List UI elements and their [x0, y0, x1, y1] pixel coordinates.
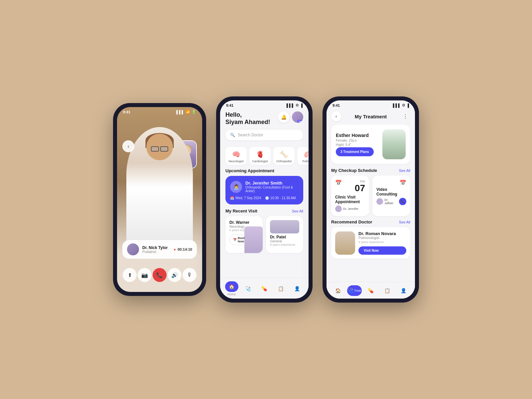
status-bar: 9:41 ▌▌▌ ⊙ ▐	[327, 100, 415, 109]
nav-home-label: Home	[227, 293, 236, 296]
doctor-photo	[244, 226, 263, 253]
treatment-plans-button[interactable]: 3 Treatment Plans	[336, 147, 374, 156]
specialty-orthopedist[interactable]: 🦴 Orthopedist	[273, 147, 295, 165]
end-call-button[interactable]: 📞	[153, 268, 167, 282]
recent-header: My Recent Visit See All	[220, 204, 309, 216]
schedule-day: 07	[355, 183, 365, 194]
schedule-type: Video Consulting	[376, 187, 406, 197]
signal-icon: ▌▌▌	[393, 103, 401, 107]
nav-health[interactable]: 🩺	[241, 283, 255, 294]
specialty-label: Pulmo...	[302, 160, 309, 163]
status-bar: 9:41 ▌▌▌ ⊙ ▐	[220, 100, 309, 109]
call-timer: ● 00:14:10	[174, 247, 192, 251]
bottom-nav-treatment: 🏠 🩺 Treat 💊 📋 👤	[327, 282, 415, 299]
schedule-month: Sep	[355, 180, 365, 183]
records-icon: 📋	[274, 283, 287, 294]
appointment-type: Orthopedic Consultation (Foot & Ankle)	[245, 186, 299, 193]
nav-treat[interactable]: 🩺 Treat	[347, 285, 362, 296]
signal-icon: ▌▌▌	[287, 103, 294, 107]
home-icon: 🏠	[225, 281, 238, 292]
patient-card: Esther Howard Female, 23y.o Hight: 5.4" …	[331, 125, 410, 164]
specialty-cardiologist[interactable]: 🫀 Cardiologist	[249, 147, 271, 165]
schedule-card-video[interactable]: 📅 Video Consulting Dr. Jaffaer 📞	[372, 176, 410, 216]
schedule-doctor: Dr. Jaffaer 📞	[376, 198, 406, 205]
search-placeholder: Search Doctor	[238, 133, 263, 137]
greeting-hello: Hello,	[225, 111, 270, 119]
nav-records[interactable]: 📋	[380, 285, 394, 296]
caller-role: Podiatrist	[142, 250, 168, 254]
camera-button[interactable]: 📷	[138, 268, 152, 282]
page-title: My Treatment	[355, 114, 387, 119]
see-all-recommend[interactable]: See All	[399, 220, 410, 224]
treat-icon: 🩺 Treat	[347, 285, 362, 296]
appointment-card[interactable]: 👨‍⚕️ Dr. Jennifer Smith Orthopedic Consu…	[225, 176, 303, 204]
patient-gender-age: Female, 23y.o	[336, 139, 374, 142]
video-icon: 📅	[400, 180, 406, 186]
schedule-doctor: Dr. Jennifer	[335, 205, 365, 212]
more-options-button[interactable]: ⋮	[400, 111, 410, 121]
nav-profile[interactable]: 👤	[290, 283, 304, 294]
doctor-avatar	[335, 205, 342, 212]
profile-icon: 👤	[396, 285, 411, 296]
nav-meds[interactable]: 💊	[258, 283, 271, 294]
back-button[interactable]: ‹	[331, 111, 341, 121]
meds-icon: 💊	[363, 285, 378, 296]
see-all-schedule[interactable]: See All	[399, 169, 410, 173]
health-icon: 🩺	[241, 283, 255, 294]
calendar-icon: 📅	[230, 196, 234, 200]
treatment-header: ‹ My Treatment ⋮	[327, 109, 415, 125]
heart-icon: 🫀	[256, 150, 264, 158]
specialty-neurologist[interactable]: 🧠 Neurologist	[225, 147, 247, 165]
doctor-specialty: General	[270, 239, 299, 243]
specialty-pulmo[interactable]: 🫁 Pulmo...	[297, 147, 309, 165]
doctor-experience: 8 years experience	[270, 243, 299, 246]
recent-cards: Dr. Warner Neurology 5 years experience …	[220, 216, 309, 253]
profile-icon: 👤	[290, 283, 304, 294]
mic-button[interactable]: 🎙	[183, 268, 197, 282]
search-bar[interactable]: 🔍 Search Doctor	[225, 130, 303, 140]
schedule-type: Clinic Visit Appointment	[335, 195, 365, 204]
recent-doctor-card-1[interactable]: Dr. Warner Neurology 5 years experience …	[225, 216, 263, 253]
user-avatar[interactable]: PRO	[292, 111, 303, 123]
call-icon[interactable]: 📞	[399, 198, 406, 205]
recommend-title: Recommend Doctor	[331, 219, 372, 224]
phone-treatment: 9:41 ▌▌▌ ⊙ ▐ ‹ My Treatment ⋮	[323, 96, 419, 303]
back-button[interactable]: ‹	[122, 140, 134, 152]
see-all-recent[interactable]: See All	[292, 209, 303, 213]
home-header: Hello, Siyam Ahamed! 🔔 PRO 🔍	[220, 109, 309, 144]
nav-profile[interactable]: 👤	[396, 285, 411, 296]
greeting-name: Siyam Ahamed!	[225, 119, 270, 126]
recording-dot: ●	[174, 247, 176, 251]
bottom-nav: 🏠 Home 🩺 💊 📋 👤	[220, 278, 309, 299]
wifi-icon: ⊙	[296, 103, 299, 107]
schedule-card-clinic[interactable]: 📅 Sep 07 Clinic Visit Appointment	[331, 176, 369, 216]
wifi-icon: ⊙	[402, 103, 405, 107]
doctor-name: Dr. Roman Novara	[358, 231, 406, 236]
schedule-cards: 📅 Sep 07 Clinic Visit Appointment	[331, 176, 410, 216]
treat-label: Treat	[354, 289, 361, 292]
nav-home[interactable]: 🏠	[331, 285, 345, 296]
caller-avatar	[127, 243, 139, 255]
nav-home[interactable]: 🏠 Home	[225, 281, 238, 296]
doctor-name: Dr. Patel	[270, 235, 299, 239]
battery-icon: 🔋	[192, 110, 196, 114]
notification-button[interactable]: 🔔	[278, 111, 289, 123]
share-button[interactable]: ⬆	[123, 268, 137, 282]
doctor-name: Dr. Warner	[229, 220, 259, 225]
schedule-title: My Checkup Schedule	[331, 168, 377, 173]
recent-doctor-card-2[interactable]: Dr. Patel General 8 years experience	[266, 216, 303, 253]
time-display: 9:41	[226, 103, 233, 107]
phone-home: 9:41 ▌▌▌ ⊙ ▐ Hello, Siyam Ahamed!	[216, 96, 313, 303]
calendar-icon: 📅	[335, 180, 342, 186]
nav-meds[interactable]: 💊	[363, 285, 378, 296]
recommend-section: Recommend Doctor See All Dr. Roman Novar…	[327, 219, 415, 259]
volume-button[interactable]: 🔊	[168, 268, 182, 282]
recommend-doctor-card[interactable]: Dr. Roman Novara Pulmonologist 5 years e…	[331, 227, 410, 259]
lung-icon: 🫁	[304, 150, 309, 158]
status-icons: ▌▌▌ 📶 🔋	[177, 110, 196, 114]
visit-now-button[interactable]: Visit Now	[358, 246, 406, 255]
patient-photo	[382, 129, 406, 159]
nav-records[interactable]: 📋	[274, 283, 287, 294]
doctor-specialty: Pulmonologist	[358, 236, 406, 240]
patient-name: Esther Howard	[336, 133, 374, 138]
